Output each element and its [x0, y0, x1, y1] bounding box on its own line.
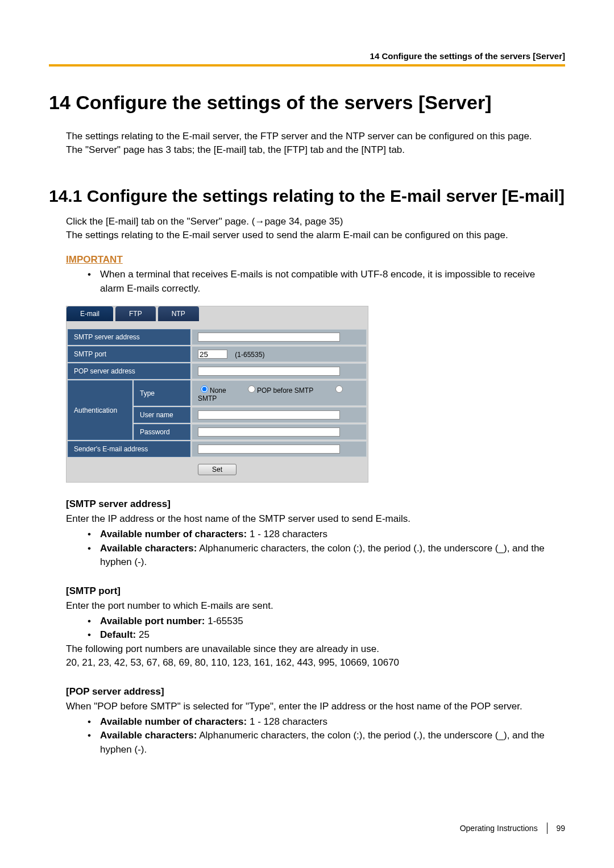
p-14-1a: Click the [E-mail] tab on the "Server" p…	[66, 215, 548, 229]
tab-email[interactable]: E-mail	[67, 306, 113, 321]
sender-email-label: Sender's E-mail address	[68, 441, 190, 457]
tab-ntp[interactable]: NTP	[158, 306, 199, 321]
auth-password-label: Password	[134, 424, 190, 440]
smtp-port-input[interactable]	[198, 350, 227, 359]
smtp-addr-heading: [SMTP server address]	[66, 499, 548, 510]
smtp-addr-desc: Enter the IP address or the host name of…	[66, 512, 548, 526]
sender-email-input[interactable]	[198, 445, 340, 454]
smtp-port-desc: Enter the port number to which E-mails a…	[66, 599, 548, 613]
pop-server-address-label: POP server address	[68, 363, 190, 379]
heading-14-1: 14.1 Configure the settings relating to …	[49, 185, 565, 207]
important-item: When a terminal that receives E-mails is…	[88, 268, 548, 296]
pop-addr-heading: [POP server address]	[66, 686, 548, 697]
email-settings-panel: E-mail FTP NTP SMTP server address SMTP …	[66, 306, 368, 483]
footer: Operating Instructions 99	[460, 823, 565, 834]
smtp-port-note-1: The following port numbers are unavailab…	[66, 642, 548, 657]
smtp-port-range: (1-65535)	[235, 351, 264, 359]
p-14-1b: The settings relating to the E-mail serv…	[66, 229, 548, 243]
smtp-port-heading: [SMTP port]	[66, 585, 548, 597]
auth-password-input[interactable]	[198, 427, 340, 437]
auth-username-label: User name	[134, 407, 190, 423]
pop-addr-desc: When "POP before SMTP" is selected for "…	[66, 700, 548, 714]
smtp-server-address-label: SMTP server address	[68, 329, 190, 345]
smtp-port-label: SMTP port	[68, 346, 190, 362]
authentication-label: Authentication	[68, 380, 132, 440]
running-head: 14 Configure the settings of the servers…	[49, 51, 565, 61]
important-label: IMPORTANT	[66, 254, 565, 265]
smtp-addr-bullet-1: Available number of characters: 1 - 128 …	[88, 528, 548, 542]
intro-paragraph: The settings relating to the E-mail serv…	[66, 130, 548, 157]
auth-username-input[interactable]	[198, 410, 340, 420]
smtp-server-address-input[interactable]	[198, 333, 340, 342]
smtp-port-bullet-2: Default: 25	[88, 628, 548, 642]
smtp-addr-bullet-2: Available characters: Alphanumeric chara…	[88, 542, 548, 570]
footer-doc-title: Operating Instructions	[460, 824, 538, 833]
smtp-port-bullet-1: Available port number: 1-65535	[88, 614, 548, 629]
tab-ftp[interactable]: FTP	[115, 306, 156, 321]
smtp-port-note-2: 20, 21, 23, 42, 53, 67, 68, 69, 80, 110,…	[66, 656, 548, 670]
pop-addr-bullet-1: Available number of characters: 1 - 128 …	[88, 715, 548, 729]
heading-14: 14 Configure the settings of the servers…	[49, 90, 565, 115]
set-button[interactable]: Set	[198, 464, 237, 475]
auth-type-pop-before-smtp[interactable]: POP before SMTP	[245, 387, 313, 394]
pop-addr-bullet-2: Available characters: Alphanumeric chara…	[88, 729, 548, 757]
pop-server-address-input[interactable]	[198, 367, 340, 376]
footer-page-number: 99	[556, 824, 565, 833]
auth-type-label: Type	[134, 380, 190, 406]
auth-type-none[interactable]: None	[198, 387, 226, 394]
header-rule	[49, 64, 565, 67]
